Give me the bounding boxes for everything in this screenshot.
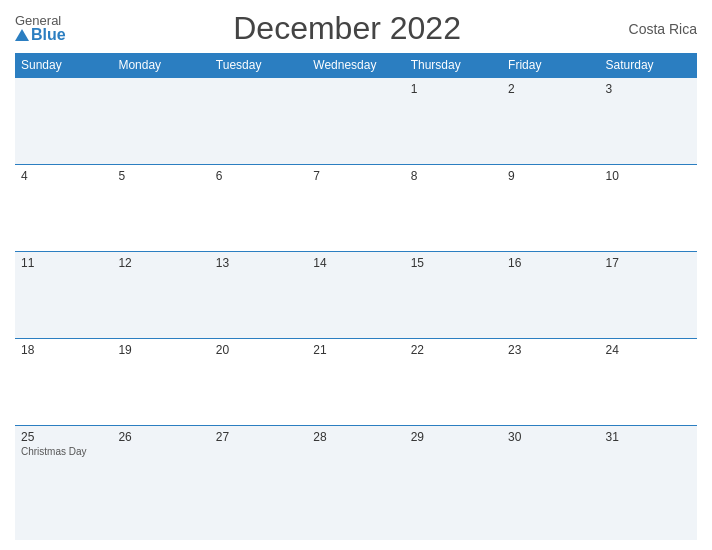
day-number: 4	[21, 169, 106, 183]
calendar-day-cell: 20	[210, 338, 307, 425]
weekday-header: Monday	[112, 53, 209, 78]
calendar-day-cell: 18	[15, 338, 112, 425]
calendar-day-cell: 29	[405, 425, 502, 540]
calendar-day-cell: 12	[112, 251, 209, 338]
calendar-week-row: 25Christmas Day262728293031	[15, 425, 697, 540]
calendar-week-row: 123	[15, 78, 697, 165]
day-number: 25	[21, 430, 106, 444]
weekday-header: Sunday	[15, 53, 112, 78]
calendar-day-cell: 27	[210, 425, 307, 540]
calendar-table: SundayMondayTuesdayWednesdayThursdayFrid…	[15, 53, 697, 540]
weekday-header: Friday	[502, 53, 599, 78]
day-number: 6	[216, 169, 301, 183]
calendar-day-cell: 25Christmas Day	[15, 425, 112, 540]
day-number: 16	[508, 256, 593, 270]
calendar-body: 1234567891011121314151617181920212223242…	[15, 78, 697, 541]
calendar-day-cell: 21	[307, 338, 404, 425]
day-number: 21	[313, 343, 398, 357]
calendar-day-cell: 10	[600, 164, 697, 251]
calendar-day-cell: 8	[405, 164, 502, 251]
weekday-header: Thursday	[405, 53, 502, 78]
calendar-day-cell: 14	[307, 251, 404, 338]
day-number: 8	[411, 169, 496, 183]
calendar-day-cell: 3	[600, 78, 697, 165]
holiday-label: Christmas Day	[21, 446, 106, 457]
day-number: 2	[508, 82, 593, 96]
day-number: 27	[216, 430, 301, 444]
calendar-day-cell: 22	[405, 338, 502, 425]
day-number: 28	[313, 430, 398, 444]
weekday-header: Saturday	[600, 53, 697, 78]
calendar-day-cell: 1	[405, 78, 502, 165]
day-number: 5	[118, 169, 203, 183]
calendar-day-cell: 28	[307, 425, 404, 540]
day-number: 18	[21, 343, 106, 357]
day-number: 24	[606, 343, 691, 357]
day-number: 17	[606, 256, 691, 270]
day-number: 10	[606, 169, 691, 183]
day-number: 31	[606, 430, 691, 444]
calendar-header: General Blue December 2022 Costa Rica	[15, 10, 697, 47]
calendar-day-cell	[210, 78, 307, 165]
calendar-day-cell: 9	[502, 164, 599, 251]
calendar-day-cell: 31	[600, 425, 697, 540]
calendar-day-cell: 23	[502, 338, 599, 425]
day-number: 12	[118, 256, 203, 270]
day-number: 11	[21, 256, 106, 270]
logo-blue-label: Blue	[31, 27, 66, 43]
calendar-day-cell: 16	[502, 251, 599, 338]
calendar-day-cell: 30	[502, 425, 599, 540]
day-number: 23	[508, 343, 593, 357]
calendar-day-cell: 11	[15, 251, 112, 338]
calendar-day-cell: 26	[112, 425, 209, 540]
calendar-day-cell	[112, 78, 209, 165]
day-number: 30	[508, 430, 593, 444]
calendar-day-cell: 17	[600, 251, 697, 338]
day-number: 15	[411, 256, 496, 270]
weekday-header: Wednesday	[307, 53, 404, 78]
logo-triangle-icon	[15, 29, 29, 41]
calendar-title: December 2022	[233, 10, 461, 47]
day-number: 13	[216, 256, 301, 270]
day-number: 19	[118, 343, 203, 357]
calendar-day-cell: 24	[600, 338, 697, 425]
day-number: 29	[411, 430, 496, 444]
logo: General Blue	[15, 14, 66, 43]
calendar-day-cell	[15, 78, 112, 165]
calendar-week-row: 18192021222324	[15, 338, 697, 425]
calendar-day-cell: 7	[307, 164, 404, 251]
calendar-day-cell: 19	[112, 338, 209, 425]
calendar-day-cell: 13	[210, 251, 307, 338]
day-number: 9	[508, 169, 593, 183]
calendar-day-cell: 5	[112, 164, 209, 251]
calendar-week-row: 11121314151617	[15, 251, 697, 338]
day-number: 7	[313, 169, 398, 183]
day-number: 14	[313, 256, 398, 270]
calendar-day-cell: 2	[502, 78, 599, 165]
day-number: 26	[118, 430, 203, 444]
calendar-day-cell: 4	[15, 164, 112, 251]
calendar-day-cell	[307, 78, 404, 165]
calendar-header-row: SundayMondayTuesdayWednesdayThursdayFrid…	[15, 53, 697, 78]
calendar-week-row: 45678910	[15, 164, 697, 251]
logo-blue-text: Blue	[15, 27, 66, 43]
weekday-header: Tuesday	[210, 53, 307, 78]
calendar-day-cell: 6	[210, 164, 307, 251]
day-number: 22	[411, 343, 496, 357]
country-label: Costa Rica	[629, 21, 697, 37]
day-number: 20	[216, 343, 301, 357]
day-number: 3	[606, 82, 691, 96]
calendar-day-cell: 15	[405, 251, 502, 338]
day-number: 1	[411, 82, 496, 96]
